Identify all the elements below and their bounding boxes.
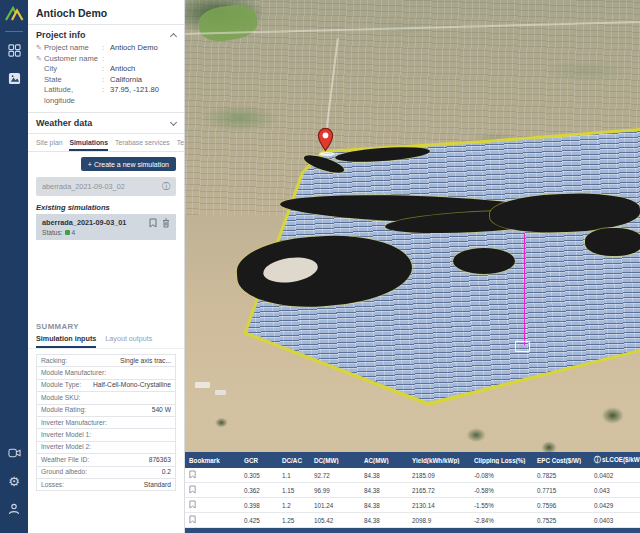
field-label: Project name [44,43,102,54]
project-panel: Antioch Demo Project info ✎ Project name… [28,0,185,533]
cell-gcr: 0.305 [240,472,278,479]
page-title: Antioch Demo [28,0,184,25]
simulation-status: Status: 4 [42,229,126,236]
colon: : [102,64,110,75]
map-image-icon[interactable] [4,68,24,88]
field-value: California [110,75,176,86]
tab-site-plan[interactable]: Site plan [36,139,62,151]
tab-team[interactable]: Team [177,139,184,151]
summary-table: Racking:Single axis trac... Module Manuf… [36,354,176,491]
summary-title: SUMMARY [28,318,184,332]
summary-row-losses: Losses:Standard [37,479,175,491]
weather-data-header[interactable]: Weather data [28,113,184,134]
weather-data-title: Weather data [36,118,92,128]
pending-simulation-field[interactable]: aberrada_2021-09-03_02 ⓘ [36,177,176,196]
status-green-icon [65,230,70,235]
table-row[interactable]: 0.362 1.15 96.99 84.38 2165.72 -0.58% 0.… [185,483,640,498]
simulation-list: aberrada_2021-09-03_01 Status: 4 [36,214,176,318]
summary-tabs: Simulation inputs Layout outputs [28,332,184,349]
summary-label: Losses: [41,481,64,489]
building [195,382,210,388]
summary-row-module-sku: Module SKU: [37,392,175,404]
cell-slcoe: 0.0402 [590,472,640,479]
edit-pencil-icon[interactable]: ✎ [36,43,44,54]
cell-ac-mw: 84.38 [360,502,408,509]
tab-terabase-services[interactable]: Terabase services [115,139,170,151]
table-row[interactable]: 0.425 1.25 105.42 84.38 2098.9 -2.84% 0.… [185,513,640,528]
results-table-footer-bar[interactable] [185,528,640,533]
cell-dc-mw: 101.24 [310,502,360,509]
col-bookmark: Bookmark [185,457,240,464]
cell-slcoe: 0.0429 [590,502,640,509]
field-label: Latitude, longitude [44,85,102,106]
table-row[interactable]: 0.398 1.2 101.24 84.38 2130.14 -1.55% 0.… [185,498,640,513]
account-user-icon[interactable] [4,499,24,519]
location-pin-icon[interactable] [317,126,334,154]
tab-simulations[interactable]: Simulations [69,139,108,151]
summary-label: Inverter Model 2: [41,443,91,451]
edit-pencil-icon[interactable]: ✎ [36,54,44,65]
cell-slcoe: 0.0403 [590,517,640,524]
simulation-list-item[interactable]: aberrada_2021-09-03_01 Status: 4 [36,214,176,240]
summary-label: Weather File ID: [41,456,89,464]
field-value: Antioch Demo [110,43,176,54]
bookmark-icon[interactable] [189,515,196,524]
colon: : [102,54,110,65]
cell-dcac: 1.25 [278,517,310,524]
project-info-header[interactable]: Project info [28,25,184,43]
city-row: City : Antioch [36,64,176,75]
trash-icon[interactable] [162,218,170,228]
summary-row-module-manufacturer: Module Manufacturer: [37,367,175,379]
summary-value: Standard [144,481,171,489]
info-icon[interactable]: ⓘ [162,181,170,192]
cell-yield: 2185.09 [408,472,470,479]
tab-layout-outputs[interactable]: Layout outputs [105,334,152,348]
project-name-row: ✎ Project name : Antioch Demo [36,43,176,54]
bookmark-icon[interactable] [189,470,196,479]
col-dc-mw: DC(MW) [310,457,360,464]
info-icon[interactable]: ⓘ [594,456,601,463]
terabase-logo-icon [4,6,24,23]
cell-yield: 2130.14 [408,502,470,509]
summary-row-inverter-model-1: Inverter Model 1: [37,429,175,441]
colon: : [102,43,110,54]
cell-gcr: 0.398 [240,502,278,509]
summary-label: Ground albedo: [41,468,87,476]
cell-dcac: 1.1 [278,472,310,479]
summary-label: Racking: [41,357,67,365]
col-slcoe: ⓘsLCOE($/kWh) [590,455,640,465]
bookmark-icon[interactable] [149,218,157,228]
settings-gear-icon[interactable]: ⚙ [4,471,24,491]
pencil-spacer [36,64,44,75]
summary-value: 0.2 [162,468,171,476]
cell-epc: 0.7596 [533,502,590,509]
col-clipping-loss: Clipping Loss(%) [470,457,533,464]
summary-row-module-type: Module Type:Half-Cell-Mono-Crystalline [37,380,175,392]
simulation-item-actions [149,218,170,236]
create-simulation-button[interactable]: + Create a new simulation [81,157,176,171]
tab-simulation-inputs[interactable]: Simulation inputs [36,334,96,348]
field-label: State [44,75,102,86]
summary-label: Module Type: [41,381,81,389]
cell-clipping: -1.55% [470,502,533,509]
summary-value: Half-Cell-Mono-Crystalline [93,381,171,389]
screen-record-icon[interactable] [4,443,24,463]
pencil-spacer [36,75,44,86]
apps-grid-icon[interactable] [4,40,24,60]
summary-value: Single axis trac... [120,357,171,365]
bookmark-icon[interactable] [189,500,196,509]
create-button-row: + Create a new simulation [28,152,184,174]
summary-row-racking: Racking:Single axis trac... [37,355,175,367]
measurement-line [524,234,525,345]
results-table: Bookmark GCR DC/AC DC(MW) AC(MW) Yield(k… [185,452,640,533]
field-value: Antioch [110,64,176,75]
field-label: City [44,64,102,75]
summary-row-weather-file-id: Weather File ID:876363 [37,454,175,466]
bookmark-icon[interactable] [189,485,196,494]
latlong-row: Latitude, longitude : 37.95, -121.80 [36,85,176,106]
table-row[interactable]: 0.305 1.1 92.72 84.38 2185.09 -0.08% 0.7… [185,468,640,483]
exclusion-zone-blob [585,228,640,256]
nav-rail: ⚙ [0,0,28,533]
cell-yield: 2098.9 [408,517,470,524]
summary-row-inverter-model-2: Inverter Model 2: [37,442,175,454]
